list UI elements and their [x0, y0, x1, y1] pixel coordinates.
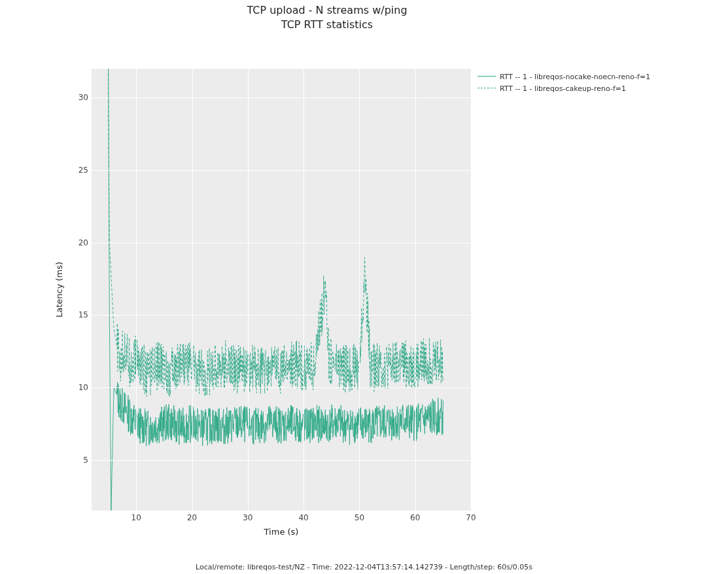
y-tick-label: 10: [69, 383, 88, 392]
gridline-h: [92, 460, 471, 461]
gridline-v: [248, 69, 249, 511]
x-tick-label: 70: [466, 513, 476, 522]
gridline-v: [136, 69, 137, 511]
x-axis-label: Time (s): [92, 527, 471, 537]
y-tick-label: 25: [69, 166, 88, 175]
gridline-v: [471, 69, 472, 511]
legend-label: RTT -- 1 - libreqos-nocake-noecn-reno-f=…: [500, 73, 650, 81]
gridline-v: [359, 69, 360, 511]
x-tick-label: 60: [410, 513, 420, 522]
x-tick-label: 20: [187, 513, 197, 522]
gridline-h: [92, 315, 471, 315]
gridline-h: [92, 98, 471, 98]
x-tick-label: 50: [355, 513, 364, 522]
y-tick-label: 20: [69, 238, 88, 247]
legend: RTT -- 1 - libreqos-nocake-noecn-reno-f=…: [477, 71, 650, 94]
y-tick-label: 5: [69, 456, 88, 465]
x-tick-label: 30: [243, 513, 252, 522]
plot-area: [92, 69, 471, 511]
gridline-v: [192, 69, 193, 511]
gridline-v: [415, 69, 416, 511]
legend-swatch-solid-icon: [477, 73, 496, 81]
y-axis-label: Latency (ms): [52, 69, 65, 511]
gridline-h: [92, 387, 471, 388]
chart-title-line1: TCP upload - N streams w/ping: [0, 4, 563, 16]
x-tick-label: 10: [131, 513, 141, 522]
series-line: [109, 69, 443, 511]
legend-label: RTT -- 1 - libreqos-cakeup-reno-f=1: [500, 84, 626, 93]
footer-text: Local/remote: libreqos-test/NZ - Time: 2…: [0, 563, 728, 571]
y-tick-label: 30: [69, 93, 88, 102]
x-tick-label: 40: [298, 513, 308, 522]
legend-item: RTT -- 1 - libreqos-nocake-noecn-reno-f=…: [477, 71, 650, 82]
gridline-h: [92, 243, 471, 243]
legend-item: RTT -- 1 - libreqos-cakeup-reno-f=1: [477, 82, 650, 94]
y-tick-label: 15: [69, 310, 88, 319]
chart-svg: [92, 69, 471, 511]
series-line: [109, 69, 443, 397]
legend-swatch-dashed-icon: [477, 84, 496, 92]
chart-title-line2: TCP RTT statistics: [0, 18, 563, 31]
gridline-v: [303, 69, 304, 511]
gridline-h: [92, 170, 471, 171]
